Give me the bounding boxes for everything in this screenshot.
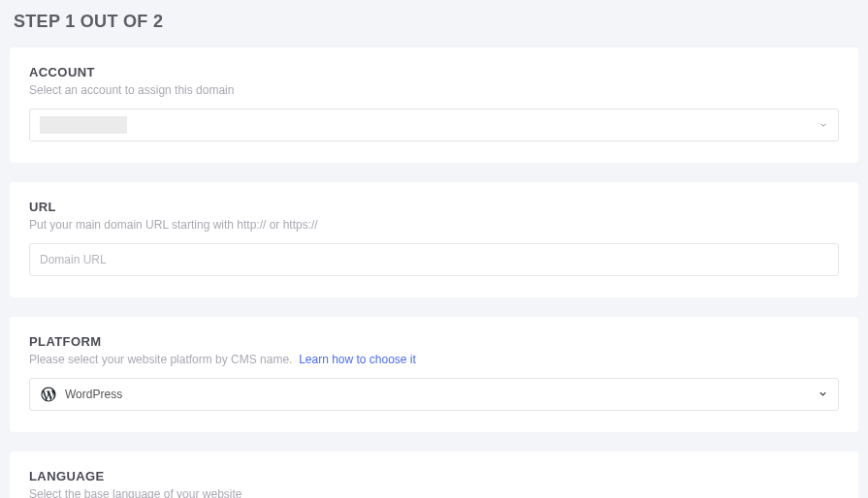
chevron-down-icon [818, 386, 828, 403]
url-card: URL Put your main domain URL starting wi… [10, 182, 858, 297]
language-label: LANGUAGE [29, 469, 839, 483]
account-select[interactable] [29, 109, 839, 141]
platform-card: PLATFORM Please select your website plat… [10, 317, 858, 432]
account-value-redacted [40, 116, 127, 134]
platform-learn-link[interactable]: Learn how to choose it [299, 353, 416, 366]
wordpress-icon [40, 386, 57, 403]
url-input[interactable] [40, 253, 828, 266]
url-field-wrap [29, 243, 839, 276]
chevron-down-icon [819, 116, 828, 134]
platform-desc-text: Please select your website platform by C… [29, 353, 292, 366]
account-card: ACCOUNT Select an account to assign this… [10, 47, 858, 163]
platform-select[interactable]: WordPress [29, 378, 839, 411]
url-desc: Put your main domain URL starting with h… [29, 218, 839, 232]
url-label: URL [29, 200, 839, 214]
platform-desc: Please select your website platform by C… [29, 353, 839, 366]
step-title: STEP 1 OUT OF 2 [14, 12, 858, 32]
language-card: LANGUAGE Select the base language of you… [10, 451, 858, 498]
platform-selected-text: WordPress [65, 388, 122, 401]
account-label: ACCOUNT [29, 65, 839, 79]
platform-label: PLATFORM [29, 334, 839, 349]
language-desc: Select the base language of your website [29, 487, 839, 498]
account-desc: Select an account to assign this domain [29, 83, 839, 97]
